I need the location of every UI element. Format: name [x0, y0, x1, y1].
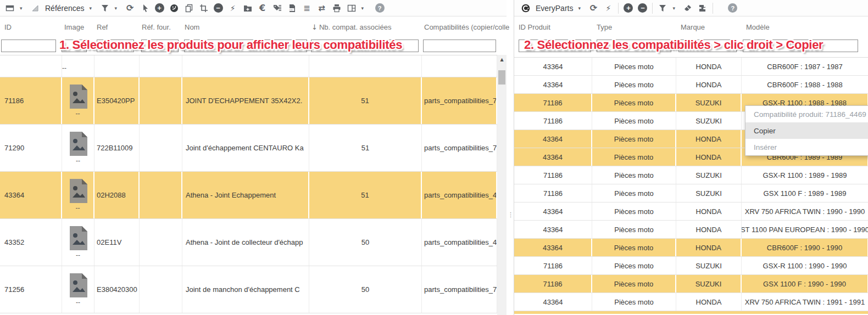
cell-marque: SUZUKI: [676, 257, 742, 274]
layout-icon[interactable]: [347, 3, 357, 13]
table-row[interactable]: 43364Pièces motoHONDACBR600F : 1988 - 19…: [514, 76, 868, 94]
chevron-down-icon[interactable]: ▾: [20, 5, 25, 11]
add-circle-icon[interactable]: +: [624, 3, 633, 13]
cell-id-produit: 71186: [514, 112, 592, 130]
cursor-icon[interactable]: [140, 3, 150, 13]
chevron-down-icon[interactable]: ▾: [672, 5, 678, 11]
context-menu-title: Compatibilité produit: 71186_4469: [745, 106, 868, 122]
filter-icon[interactable]: [658, 3, 667, 13]
table-row[interactable]: 71186--E350420PPJOINT D'ECHAPPEMENT 35X4…: [0, 77, 497, 125]
cell-id: [0, 55, 62, 77]
table-row[interactable]: 43364Pièces motoHONDAXRV 750 AFRICA TWIN…: [514, 293, 868, 311]
add-circle-icon[interactable]: +: [155, 3, 164, 13]
column-header-id-produit[interactable]: ID Produit: [514, 16, 592, 37]
cell-image: --: [62, 77, 94, 124]
cell-modele: GSX 1100 F : 1990 - 1990: [742, 275, 868, 292]
lightning-icon[interactable]: ⚡: [603, 3, 613, 13]
cell-modele: CBR600F : 1987 - 1987: [742, 58, 868, 75]
cell-marque: HONDA: [676, 221, 742, 238]
cell-marque: HONDA: [676, 203, 742, 220]
column-header-id[interactable]: ID: [0, 16, 62, 37]
column-header-nom[interactable]: Nom: [182, 16, 309, 37]
puzzle-icon[interactable]: [698, 3, 708, 13]
crop-icon[interactable]: [199, 3, 209, 13]
scrollbar-thumb[interactable]: [498, 70, 505, 85]
cell-marque: SUZUKI: [676, 184, 742, 202]
column-header-nb-compat[interactable]: ↓ Nb. compat. associées: [309, 16, 422, 37]
table-row[interactable]: 71290--722B11009Joint d'échappement CENT…: [0, 125, 497, 172]
lightning-icon[interactable]: ⚡: [228, 3, 238, 13]
filter-input-id[interactable]: [1, 40, 56, 52]
scroll-up-arrow-icon[interactable]: ▲: [497, 55, 507, 64]
cell-marque: SUZUKI: [676, 94, 742, 111]
cell-type: Pièces moto: [592, 166, 676, 184]
numbered-list-icon[interactable]: ≣: [302, 3, 312, 13]
everyparts-logo-icon: [521, 3, 531, 13]
context-menu-item-inserer[interactable]: Insérer: [745, 139, 868, 155]
table-row[interactable]: 71256--E380420300Joint de manchon d'écha…: [0, 266, 497, 313]
column-header-type[interactable]: Type: [592, 16, 676, 37]
toolbar-separator: [618, 3, 619, 14]
filter-input-compatibilites[interactable]: [423, 40, 496, 52]
chevron-down-icon[interactable]: ▾: [361, 5, 367, 11]
csv-file-icon[interactable]: csv: [287, 3, 297, 13]
table-row[interactable]: 43364Pièces motoHONDAXRV 750 AFRICA TWIN…: [514, 203, 868, 221]
app-name-label[interactable]: EveryParts: [536, 4, 573, 13]
euro-icon[interactable]: €: [258, 3, 268, 13]
table-row[interactable]: 43352--02E11VAthena - Joint de collecteu…: [0, 219, 497, 266]
filter-icon[interactable]: [100, 3, 110, 13]
column-header-ref-four[interactable]: Réf. four.: [140, 16, 182, 37]
table-row[interactable]: 43364Pièces motoHONDACBR600F : 1987 - 19…: [514, 58, 868, 76]
image-file-icon: [69, 226, 87, 250]
vertical-scrollbar[interactable]: ▲: [497, 55, 507, 315]
cell-marque: HONDA: [676, 148, 742, 166]
cell-type: Pièces moto: [592, 257, 676, 274]
table-row[interactable]: 71186Pièces motoSUZUKIGSX-R 1100 : 1990 …: [514, 257, 868, 275]
tag-list-icon[interactable]: [272, 3, 282, 13]
context-menu-item-copier[interactable]: Copier: [745, 122, 868, 139]
cell-id-produit: 43364: [514, 58, 592, 75]
table-row-partial[interactable]: [514, 311, 868, 314]
column-header-marque[interactable]: Marque: [676, 16, 742, 37]
folder-add-icon[interactable]: [243, 3, 253, 13]
view-name-label[interactable]: Références: [45, 4, 85, 13]
table-row[interactable]: 43364Pièces motoHONDACBR600F : 1990 - 19…: [514, 239, 868, 257]
panel-splitter[interactable]: ⋮⋮: [507, 16, 514, 315]
table-row[interactable]: 71186Pièces motoSUZUKIGSX 1100 F : 1990 …: [514, 275, 868, 293]
column-header-compatibilites[interactable]: Compatibilités (copier/colle: [422, 16, 497, 37]
help-icon[interactable]: ?: [728, 3, 737, 13]
remove-circle-icon[interactable]: −: [214, 3, 223, 13]
copy-icon[interactable]: [184, 3, 194, 13]
cell-compatibilites: parts_compatibilities_7: [422, 125, 497, 171]
dark-circle-icon[interactable]: [169, 3, 179, 13]
cell-compatibilites: parts_compatibilities_7: [422, 266, 497, 313]
print-icon[interactable]: [332, 3, 342, 13]
table-row[interactable]: 43364Pièces motoHONDAST 1100 PAN EUROPEA…: [514, 221, 868, 239]
cell-type: Pièces moto: [592, 184, 676, 202]
chevron-down-icon[interactable]: ▾: [578, 5, 583, 11]
table-row[interactable]: 71186Pièces motoSUZUKIGSX-R 1100 : 1989 …: [514, 166, 868, 184]
chevron-down-icon[interactable]: ▾: [90, 5, 95, 11]
set-square-icon: [30, 3, 40, 13]
refresh-icon[interactable]: ⟳: [588, 3, 598, 13]
help-icon[interactable]: ?: [375, 3, 385, 13]
table-row[interactable]: 71186Pièces motoSUZUKIGSX 1100 F : 1989 …: [514, 184, 868, 203]
chevron-down-icon[interactable]: ▾: [115, 5, 120, 11]
table-row-partial[interactable]: --: [0, 55, 497, 77]
cell-type: Pièces moto: [592, 203, 676, 220]
cell-compatibilites: [422, 55, 497, 77]
eraser-icon[interactable]: [683, 3, 693, 13]
shuffle-icon[interactable]: ⇄: [317, 3, 327, 13]
refresh-icon[interactable]: ⟳: [125, 3, 135, 13]
cell-nb-compat: 51: [309, 77, 422, 124]
references-panel: ▾ Références ▾ ▾ ⟳ + −: [0, 0, 507, 315]
cell-modele: CBR600F : 1990 - 1990: [742, 239, 868, 256]
window-icon[interactable]: [5, 3, 15, 13]
cell-id-produit: 71186: [514, 94, 592, 111]
table-row[interactable]: 43364--02H2088Athena - Joint Echappement…: [0, 172, 497, 219]
column-header-image[interactable]: Image: [62, 16, 94, 37]
column-header-modele[interactable]: Modèle: [742, 16, 868, 37]
remove-circle-icon[interactable]: −: [638, 3, 647, 13]
cell-id: 71290: [0, 125, 62, 171]
column-header-ref[interactable]: Ref: [94, 16, 140, 37]
